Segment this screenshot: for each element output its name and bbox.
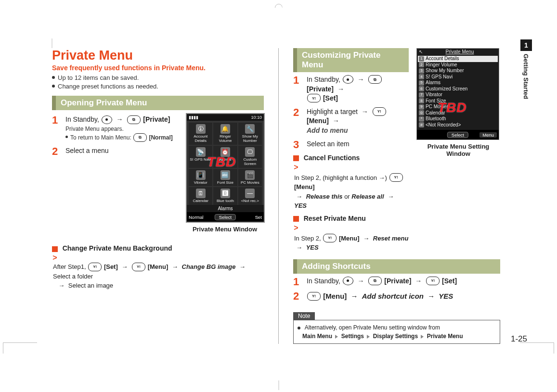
step: 1 In Standby, → ⧉ [Private] Private Menu… [52,115,180,142]
setting-list-item: 7Vibrator [418,92,498,98]
y-key-icon: Y! [307,94,321,102]
step-number: 1 [52,115,61,142]
note-bullet [298,324,303,331]
block-header: Cancel Functions [293,154,409,162]
path-item: Private Menu [427,333,463,340]
key-label: [Normal] [149,134,172,141]
app-cell: 🖵Custom Screen [238,146,262,168]
page-number: 1-25 [511,334,527,344]
app-label: S! GPS Navi [189,158,212,162]
square-bullet-icon [52,246,58,252]
crop-registration [275,4,283,12]
step-text: In Standby, [65,115,101,123]
list-item-number: 6 [419,86,424,91]
block-header: Change Private Menu Background [52,244,264,252]
app-cell: ⏰Alarms [213,146,237,168]
arrow-icon: → [358,277,364,285]
tv-key-icon: ⧉ [127,115,141,124]
setting-list-item: #<Not Recorded> [418,122,498,128]
center-key-icon [102,115,112,124]
app-cell: 🔔Ringer Volume [213,123,237,145]
section-heading-opening: Opening Private Menu [52,96,264,110]
list-item-number: 5 [419,80,424,86]
app-icon: 🎬 [245,170,255,180]
list-item-number: 8 [419,98,424,103]
list-item-label: Account Details [426,56,459,62]
y-key-icon: Y! [323,234,337,242]
y-key-icon: Y! [132,263,145,271]
step-body: Select a menu [65,146,180,157]
setting-list-item: 8Font Size [418,98,498,104]
app-label: Ringer Volume [214,135,236,143]
page: 1 Getting Started Private Menu Save freq… [0,0,557,392]
path-item: Main Menu [302,333,332,340]
list-item-label: Show My Number [426,68,464,74]
customizing-layout: Customizing Private Menu 1 In Standby, →… [293,48,500,253]
list-item-label: Vibrator [426,92,442,98]
reset-menu-block: Reset Private Menu > In Step 2, Y! [Menu… [293,215,409,253]
phone-private-menu: ▮▮▮▮ 10:10 🛈Account Details🔔Ringer Volum… [186,113,265,223]
setting-title: Private Menu [423,49,497,54]
setting-list-item: 9PC Movies [418,104,498,110]
setting-list-item: 0Calendar [418,110,498,116]
chevron-right-icon: > [52,253,58,262]
intro-bullet: Change preset functions as needed. [52,82,264,91]
step-text: Select a menu [65,147,109,154]
section-heading-shortcuts: Adding Shortcuts [293,259,500,274]
app-cell: 🎬PC Movies [238,169,262,187]
cancel-functions-block: Cancel Functions > In Step 2, (highlight… [293,154,409,211]
app-icon: — [245,189,255,198]
y-key-icon: Y! [88,263,102,271]
setting-list-item: 6Customized Screen [418,86,498,92]
list-item-number: 9 [419,104,424,110]
arrow-icon: → [239,263,246,270]
arrow-icon: → [117,115,123,123]
phone-statusbar: ▮▮▮▮ 10:10 [187,114,264,121]
app-label: Calendar [189,199,212,203]
setting-list-item: 2Ringer Volume [418,62,498,68]
crop-mark-br [520,342,554,354]
setting-window-wrap: ↖ Private Menu 1Account Details2Ringer V… [416,48,500,253]
setting-list-item: 5Alarms [418,80,498,86]
note-title: Note [293,312,315,320]
caret-icon [335,335,338,339]
block-body: > In Step 2, Y! [Menu] → Reset menu → YE… [293,222,409,253]
center-key-icon [343,277,353,285]
page-subtitle: Save frequently used functions in Privat… [52,64,264,72]
arrow-icon: → [358,76,364,83]
app-icon: 🔧 [245,124,255,134]
page-title: Private Menu [52,48,264,63]
list-item-number: 1 [419,56,424,62]
y-key-icon: Y! [426,277,440,285]
chapter-side-tab: 1 Getting Started [520,39,533,99]
app-cell: —<Not rec.> [238,187,262,205]
app-label: <Not rec.> [239,199,261,203]
tv-key-icon: ⧉ [133,133,147,142]
note-body: Alternatively, open Private Menu setting… [293,320,500,344]
list-item-label: PC Movies [426,104,449,110]
app-icon: 🔤 [220,170,230,180]
arrow-icon: → [121,263,128,270]
list-item-label: <Not Recorded> [426,122,461,128]
app-label: Alarms [214,158,236,162]
app-icon: 📳 [196,170,206,180]
arrow-icon: → [427,292,435,300]
opening-layout: 1 In Standby, → ⧉ [Private] Private Menu… [52,113,264,238]
phone-highlight-label: Alarms [187,205,264,212]
arrow-icon: → [337,85,344,93]
setting-list-item: 4S! GPS Navi [418,74,498,80]
back-arrow-icon: ↖ [419,49,423,54]
setting-list-item: 3Show My Number [418,68,498,74]
clock-time: 10:10 [251,115,262,120]
step: 2 Y! [Menu] → Add shortcut icon → YES [293,291,500,302]
step: 1 In Standby, → ⧉ [Private] → Y! [Set] [293,277,500,287]
softkey-left: Normal [189,215,204,220]
app-label: Account Details [189,135,212,143]
list-item-number: # [419,122,424,127]
list-item-number: 7 [419,92,424,98]
step-body: Select an item [307,139,409,150]
step: 3 Select an item [293,139,409,150]
step-body: In Standby, → ⧉ [Private] Private Menu a… [65,115,180,142]
step-number: 2 [293,107,302,136]
app-label: Font Size [214,181,236,185]
